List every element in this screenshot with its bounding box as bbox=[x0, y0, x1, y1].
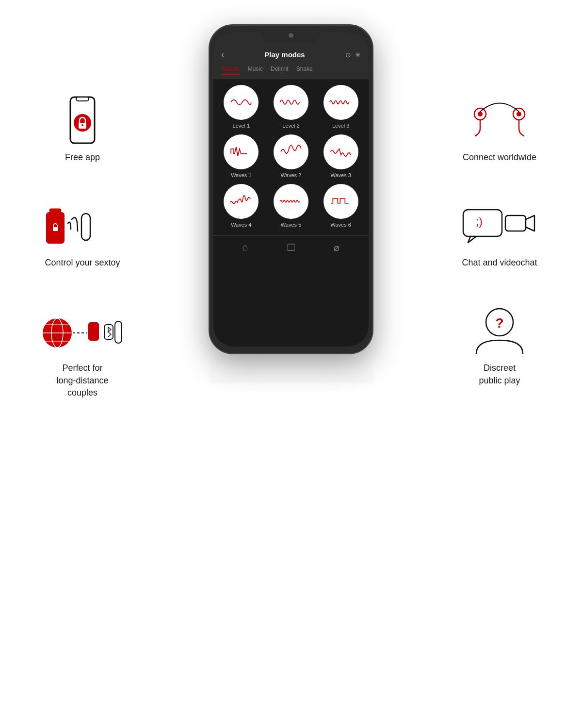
svg-point-20 bbox=[478, 112, 483, 116]
home-nav-icon[interactable]: ⌂ bbox=[242, 242, 248, 253]
connect-label: Connect worldwide bbox=[463, 151, 536, 164]
mode-waves5[interactable]: Waves 5 bbox=[269, 184, 313, 228]
mode-waves4-label: Waves 4 bbox=[231, 222, 251, 228]
connect-icon bbox=[470, 97, 529, 146]
mode-level1-label: Level 1 bbox=[233, 123, 250, 129]
svg-rect-18 bbox=[115, 321, 122, 343]
svg-rect-16 bbox=[88, 322, 99, 341]
phone: ‹ Play modes ⊙ ✳ Classic Music Delimit S… bbox=[209, 24, 373, 354]
chat-label: Chat and videochat bbox=[462, 257, 537, 269]
svg-rect-8 bbox=[53, 227, 58, 231]
long-distance-label: Perfect forlong-distancecouples bbox=[56, 362, 108, 399]
feature-connect: Connect worldwide bbox=[463, 97, 536, 164]
feature-control: Control your sextoy bbox=[45, 202, 120, 269]
control-icon bbox=[53, 202, 112, 251]
svg-rect-6 bbox=[49, 209, 61, 212]
svg-rect-23 bbox=[463, 210, 502, 236]
left-features: Free app Contr bbox=[29, 97, 136, 399]
chat-icon: ;) bbox=[470, 202, 529, 251]
chat-nav-icon[interactable]: ☐ bbox=[287, 242, 295, 253]
mode-waves6[interactable]: Waves 6 bbox=[319, 184, 363, 228]
mode-waves1[interactable]: Waves 1 bbox=[219, 134, 263, 178]
svg-text:?: ? bbox=[495, 315, 503, 331]
mode-waves1-label: Waves 1 bbox=[231, 172, 251, 178]
svg-point-22 bbox=[517, 112, 521, 116]
page-container: Free app Contr bbox=[0, 0, 582, 728]
mode-waves6-label: Waves 6 bbox=[330, 222, 351, 228]
header-icons: ⊙ ✳ bbox=[345, 51, 361, 59]
user-icon: ⊙ bbox=[345, 51, 351, 59]
tab-delimit[interactable]: Delimit bbox=[271, 66, 289, 75]
right-features: Connect worldwide ;) Chat and videochat bbox=[446, 97, 553, 387]
profile-nav-icon[interactable]: ⌀ bbox=[334, 242, 340, 253]
tab-shake[interactable]: Shake bbox=[296, 66, 313, 75]
free-app-label: Free app bbox=[65, 151, 100, 164]
mode-level3-label: Level 3 bbox=[332, 123, 349, 129]
screen-title: Play modes bbox=[224, 50, 345, 59]
svg-rect-9 bbox=[81, 214, 90, 240]
mode-level2[interactable]: Level 2 bbox=[269, 85, 313, 129]
mode-waves4[interactable]: Waves 4 bbox=[219, 184, 263, 228]
svg-text:;): ;) bbox=[476, 215, 482, 228]
svg-rect-1 bbox=[76, 97, 89, 101]
mode-level1[interactable]: Level 1 bbox=[219, 85, 263, 129]
discreet-label: Discreetpublic play bbox=[479, 362, 520, 386]
svg-rect-25 bbox=[505, 215, 526, 231]
mode-level2-label: Level 2 bbox=[282, 123, 299, 129]
feature-long-distance: Perfect forlong-distancecouples bbox=[53, 308, 112, 399]
mode-waves3-label: Waves 3 bbox=[330, 172, 351, 178]
screen-tabs: Classic Music Delimit Shake bbox=[213, 64, 369, 79]
control-label: Control your sextoy bbox=[45, 257, 120, 269]
mode-waves3[interactable]: Waves 3 bbox=[319, 134, 363, 178]
feature-free-app: Free app bbox=[53, 97, 112, 164]
mode-waves2-label: Waves 2 bbox=[281, 172, 301, 178]
tab-classic[interactable]: Classic bbox=[221, 66, 240, 75]
feature-chat: ;) Chat and videochat bbox=[462, 202, 537, 269]
mode-waves2[interactable]: Waves 2 bbox=[269, 134, 313, 178]
phone-screen: ‹ Play modes ⊙ ✳ Classic Music Delimit S… bbox=[213, 32, 369, 347]
mode-grid: Level 1 Level 2 bbox=[213, 79, 369, 233]
discreet-icon: ? bbox=[470, 308, 529, 356]
feature-discreet: ? Discreetpublic play bbox=[470, 308, 529, 386]
phone-icon bbox=[53, 97, 112, 146]
mode-level3[interactable]: Level 3 bbox=[319, 85, 363, 129]
phone-wrapper: ‹ Play modes ⊙ ✳ Classic Music Delimit S… bbox=[209, 24, 373, 383]
phone-reflection bbox=[209, 354, 373, 383]
svg-point-4 bbox=[81, 124, 83, 126]
mode-waves5-label: Waves 5 bbox=[281, 222, 301, 228]
bottom-nav: ⌂ ☐ ⌀ bbox=[213, 235, 369, 259]
tab-music[interactable]: Music bbox=[248, 66, 263, 75]
bluetooth-icon[interactable]: ✳ bbox=[355, 51, 361, 59]
world-icon bbox=[53, 308, 112, 356]
